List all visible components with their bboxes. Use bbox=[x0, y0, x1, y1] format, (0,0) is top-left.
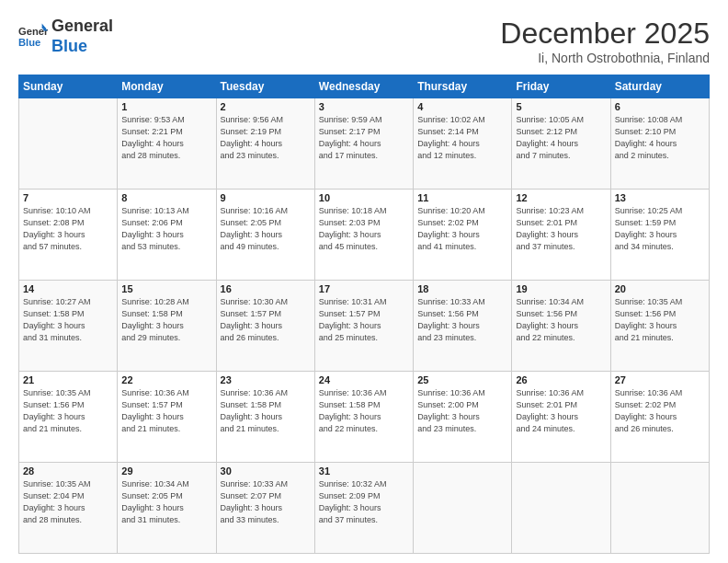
day-number: 29 bbox=[121, 465, 211, 477]
day-info: Sunrise: 10:35 AMSunset: 1:56 PMDaylight… bbox=[615, 296, 705, 344]
header-friday: Friday bbox=[512, 75, 610, 98]
calendar-cell: 9Sunrise: 10:16 AMSunset: 2:05 PMDayligh… bbox=[216, 190, 314, 281]
calendar-cell: 29Sunrise: 10:34 AMSunset: 2:05 PMDaylig… bbox=[118, 463, 216, 554]
day-info: Sunrise: 10:36 AMSunset: 2:01 PMDaylight… bbox=[516, 387, 606, 435]
calendar-cell: 14Sunrise: 10:27 AMSunset: 1:58 PMDaylig… bbox=[19, 281, 118, 372]
logo-general: General bbox=[51, 17, 113, 37]
calendar-cell bbox=[19, 98, 118, 190]
day-number: 1 bbox=[121, 101, 211, 112]
day-number: 31 bbox=[319, 465, 409, 477]
day-number: 16 bbox=[221, 283, 311, 294]
day-info: Sunrise: 10:36 AMSunset: 1:58 PMDaylight… bbox=[319, 387, 409, 435]
header-monday: Monday bbox=[118, 75, 216, 98]
calendar-cell: 13Sunrise: 10:25 AMSunset: 1:59 PMDaylig… bbox=[610, 190, 709, 281]
location-subtitle: Ii, North Ostrobothnia, Finland bbox=[500, 51, 710, 65]
calendar-cell: 10Sunrise: 10:18 AMSunset: 2:03 PMDaylig… bbox=[314, 190, 413, 281]
day-info: Sunrise: 10:25 AMSunset: 1:59 PMDaylight… bbox=[615, 205, 705, 253]
day-number: 26 bbox=[516, 374, 606, 385]
day-info: Sunrise: 10:13 AMSunset: 2:06 PMDaylight… bbox=[121, 205, 211, 253]
day-number: 19 bbox=[516, 283, 606, 294]
calendar-cell bbox=[414, 463, 512, 554]
calendar-cell: 11Sunrise: 10:20 AMSunset: 2:02 PMDaylig… bbox=[414, 190, 512, 281]
title-block: December 2025 Ii, North Ostrobothnia, Fi… bbox=[500, 17, 710, 65]
calendar-cell: 25Sunrise: 10:36 AMSunset: 2:00 PMDaylig… bbox=[414, 372, 512, 463]
calendar-cell: 30Sunrise: 10:33 AMSunset: 2:07 PMDaylig… bbox=[216, 463, 314, 554]
header: General Blue General Blue December 2025 … bbox=[18, 17, 710, 65]
calendar-cell: 22Sunrise: 10:36 AMSunset: 1:57 PMDaylig… bbox=[118, 372, 216, 463]
day-number: 12 bbox=[516, 192, 606, 203]
calendar-cell: 31Sunrise: 10:32 AMSunset: 2:09 PMDaylig… bbox=[314, 463, 413, 554]
calendar-cell: 23Sunrise: 10:36 AMSunset: 1:58 PMDaylig… bbox=[216, 372, 314, 463]
day-number: 23 bbox=[221, 374, 311, 385]
calendar-cell: 12Sunrise: 10:23 AMSunset: 2:01 PMDaylig… bbox=[512, 190, 610, 281]
calendar-week-5: 28Sunrise: 10:35 AMSunset: 2:04 PMDaylig… bbox=[19, 463, 710, 554]
day-info: Sunrise: 10:23 AMSunset: 2:01 PMDaylight… bbox=[516, 205, 606, 253]
day-number: 7 bbox=[23, 192, 113, 203]
day-number: 5 bbox=[516, 101, 606, 112]
calendar-cell: 1Sunrise: 9:53 AMSunset: 2:21 PMDaylight… bbox=[118, 98, 216, 190]
day-info: Sunrise: 10:27 AMSunset: 1:58 PMDaylight… bbox=[23, 296, 113, 344]
calendar-cell: 7Sunrise: 10:10 AMSunset: 2:08 PMDayligh… bbox=[19, 190, 118, 281]
calendar-table: Sunday Monday Tuesday Wednesday Thursday… bbox=[18, 75, 710, 554]
day-info: Sunrise: 10:20 AMSunset: 2:02 PMDaylight… bbox=[417, 205, 507, 253]
svg-text:Blue: Blue bbox=[18, 36, 40, 47]
calendar-cell: 15Sunrise: 10:28 AMSunset: 1:58 PMDaylig… bbox=[118, 281, 216, 372]
day-number: 21 bbox=[23, 374, 113, 385]
calendar-cell: 2Sunrise: 9:56 AMSunset: 2:19 PMDaylight… bbox=[216, 98, 314, 190]
day-number: 20 bbox=[615, 283, 705, 294]
day-number: 11 bbox=[417, 192, 507, 203]
day-number: 6 bbox=[615, 101, 705, 112]
day-info: Sunrise: 10:28 AMSunset: 1:58 PMDaylight… bbox=[121, 296, 211, 344]
day-info: Sunrise: 10:16 AMSunset: 2:05 PMDaylight… bbox=[221, 205, 311, 253]
header-wednesday: Wednesday bbox=[314, 75, 413, 98]
calendar-cell: 26Sunrise: 10:36 AMSunset: 2:01 PMDaylig… bbox=[512, 372, 610, 463]
day-number: 8 bbox=[121, 192, 211, 203]
day-info: Sunrise: 10:18 AMSunset: 2:03 PMDaylight… bbox=[319, 205, 409, 253]
day-number: 10 bbox=[319, 192, 409, 203]
day-number: 30 bbox=[221, 465, 311, 477]
calendar-cell: 16Sunrise: 10:30 AMSunset: 1:57 PMDaylig… bbox=[216, 281, 314, 372]
day-info: Sunrise: 10:36 AMSunset: 1:57 PMDaylight… bbox=[121, 387, 211, 435]
logo-icon: General Blue bbox=[18, 22, 48, 52]
calendar-week-3: 14Sunrise: 10:27 AMSunset: 1:58 PMDaylig… bbox=[19, 281, 710, 372]
day-number: 24 bbox=[319, 374, 409, 385]
day-number: 22 bbox=[121, 374, 211, 385]
calendar-week-2: 7Sunrise: 10:10 AMSunset: 2:08 PMDayligh… bbox=[19, 190, 710, 281]
day-info: Sunrise: 10:36 AMSunset: 2:02 PMDaylight… bbox=[615, 387, 705, 435]
day-info: Sunrise: 10:35 AMSunset: 2:04 PMDaylight… bbox=[23, 478, 113, 526]
calendar-cell: 8Sunrise: 10:13 AMSunset: 2:06 PMDayligh… bbox=[118, 190, 216, 281]
weekday-header-row: Sunday Monday Tuesday Wednesday Thursday… bbox=[19, 75, 710, 98]
day-number: 9 bbox=[221, 192, 311, 203]
calendar-week-4: 21Sunrise: 10:35 AMSunset: 1:56 PMDaylig… bbox=[19, 372, 710, 463]
day-info: Sunrise: 10:36 AMSunset: 2:00 PMDaylight… bbox=[417, 387, 507, 435]
day-number: 2 bbox=[221, 101, 311, 112]
calendar-cell: 18Sunrise: 10:33 AMSunset: 1:56 PMDaylig… bbox=[414, 281, 512, 372]
day-info: Sunrise: 10:02 AMSunset: 2:14 PMDaylight… bbox=[417, 114, 507, 162]
day-number: 14 bbox=[23, 283, 113, 294]
day-number: 15 bbox=[121, 283, 211, 294]
calendar-cell: 21Sunrise: 10:35 AMSunset: 1:56 PMDaylig… bbox=[19, 372, 118, 463]
day-info: Sunrise: 10:35 AMSunset: 1:56 PMDaylight… bbox=[23, 387, 113, 435]
day-info: Sunrise: 10:30 AMSunset: 1:57 PMDaylight… bbox=[221, 296, 311, 344]
calendar-cell: 6Sunrise: 10:08 AMSunset: 2:10 PMDayligh… bbox=[610, 98, 709, 190]
day-info: Sunrise: 10:31 AMSunset: 1:57 PMDaylight… bbox=[319, 296, 409, 344]
calendar-cell: 20Sunrise: 10:35 AMSunset: 1:56 PMDaylig… bbox=[610, 281, 709, 372]
page: General Blue General Blue December 2025 … bbox=[0, 0, 728, 563]
day-info: Sunrise: 10:32 AMSunset: 2:09 PMDaylight… bbox=[319, 478, 409, 526]
header-saturday: Saturday bbox=[610, 75, 709, 98]
day-info: Sunrise: 10:05 AMSunset: 2:12 PMDaylight… bbox=[516, 114, 606, 162]
day-number: 27 bbox=[615, 374, 705, 385]
header-thursday: Thursday bbox=[414, 75, 512, 98]
calendar-cell: 27Sunrise: 10:36 AMSunset: 2:02 PMDaylig… bbox=[610, 372, 709, 463]
day-info: Sunrise: 10:10 AMSunset: 2:08 PMDaylight… bbox=[23, 205, 113, 253]
day-number: 25 bbox=[417, 374, 507, 385]
day-number: 13 bbox=[615, 192, 705, 203]
calendar-cell: 19Sunrise: 10:34 AMSunset: 1:56 PMDaylig… bbox=[512, 281, 610, 372]
logo-blue: Blue bbox=[51, 37, 113, 57]
calendar-cell: 24Sunrise: 10:36 AMSunset: 1:58 PMDaylig… bbox=[314, 372, 413, 463]
day-number: 18 bbox=[417, 283, 507, 294]
day-info: Sunrise: 10:34 AMSunset: 1:56 PMDaylight… bbox=[516, 296, 606, 344]
calendar-cell: 17Sunrise: 10:31 AMSunset: 1:57 PMDaylig… bbox=[314, 281, 413, 372]
day-info: Sunrise: 9:53 AMSunset: 2:21 PMDaylight:… bbox=[121, 114, 211, 162]
day-number: 28 bbox=[23, 465, 113, 477]
